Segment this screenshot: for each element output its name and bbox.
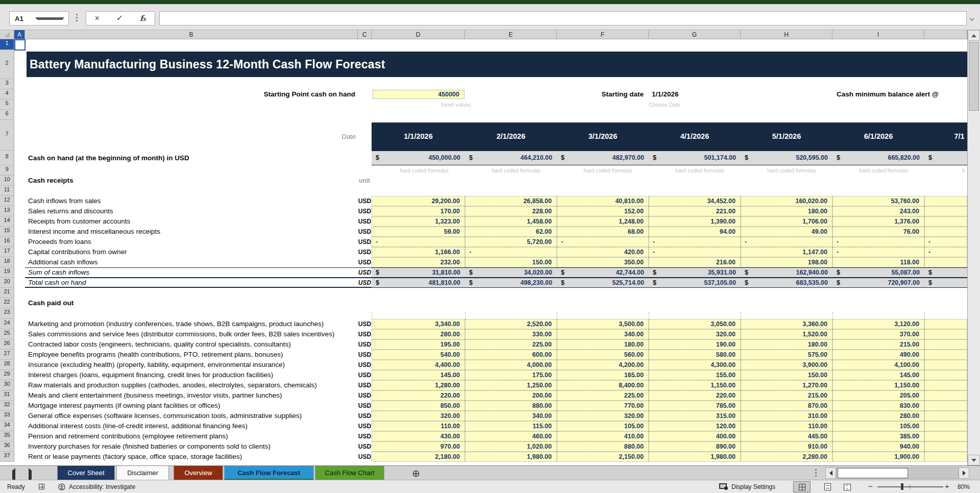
receipt-row-13-cell-6[interactable]: 243.00 [832,206,924,216]
receipt-row-16-cell-4[interactable]: - [649,237,741,247]
column-header-partial[interactable] [924,30,967,39]
total-20-value-6[interactable]: 720,907.00 [832,278,924,288]
paid-row-26-cell-5[interactable]: 180.00 [741,339,832,350]
paid-row-25-cell-2[interactable]: 330.00 [465,329,557,339]
paid-row-35-cell-1[interactable]: 430.00 [372,431,465,441]
paid-row-30-cell-1[interactable]: 1,280.00 [372,380,465,390]
paid-row-32-cell-1[interactable]: 850.00 [372,401,465,411]
paid-row-34-cell-1[interactable]: 110.00 [372,421,465,431]
cancel-icon[interactable]: × [94,12,99,25]
sheet-tab-cash-flow-forecast[interactable]: Cash Flow Forecast [224,466,314,480]
receipt-row-14-cell-2[interactable]: 1,458.00 [465,216,557,227]
paid-row-30-cell-6[interactable]: 1,150.00 [832,380,924,390]
paid-row-36-cell-5[interactable]: 910.00 [741,441,832,452]
paid-row-28-cell-3[interactable]: 4,200.00 [557,360,649,370]
paid-row-31-cell-3[interactable]: 225.00 [557,390,649,401]
receipt-row-15-cell-5[interactable]: 49.00 [741,227,832,237]
page-layout-view-button[interactable] [819,481,836,492]
receipt-row-13-cell-5[interactable]: 180.00 [741,206,832,216]
paid-row-36-cell-3[interactable]: 880.00 [557,441,649,452]
paid-row-31-cell-1[interactable]: 220.00 [372,390,465,401]
paid-row-24-cell-1[interactable]: 3,340.00 [372,319,465,329]
paid-row-28-cell-1[interactable]: 4,400.00 [372,360,465,370]
paid-row-30-cell-3[interactable]: 8,400.00 [557,380,649,390]
selected-cell-a1[interactable] [14,39,26,51]
paid-row-26-cell-4[interactable]: 190.00 [649,339,741,350]
row-header-8[interactable]: 8 [0,151,14,165]
receipt-row-17-cell-5[interactable]: 1,147.00 [741,247,832,257]
receipt-row-17-cell-6[interactable]: - [832,247,924,257]
receipt-row-16-cell-2[interactable]: 5,720.00 [465,237,557,247]
receipt-row-12-cell-3[interactable]: 40,810.00 [557,196,649,206]
paid-row-28-cell-4[interactable]: 4,300.00 [649,360,741,370]
paid-row-27-cell-5[interactable]: 575.00 [741,350,832,360]
paid-row-30-cell-2[interactable]: 1,250.00 [465,380,557,390]
toolbar-splitter-icon[interactable] [76,12,78,24]
receipt-row-18-cell-3[interactable]: 350.00 [557,257,649,267]
cash-on-hand-value-4[interactable]: 501,174.00 [649,151,741,165]
insert-function-icon[interactable]: fx [140,12,146,26]
paid-row-29-cell-partial[interactable] [924,370,967,380]
paid-row-27-cell-1[interactable]: 540.00 [372,350,465,360]
paid-row-33-cell-3[interactable]: 320.00 [557,411,649,421]
row-header-37[interactable]: 37 [0,452,14,462]
tabbar-splitter-icon[interactable] [815,467,817,480]
total-19-value-4[interactable]: 35,931.00 [649,267,741,278]
receipt-row-17-cell-3[interactable]: 420.00 [557,247,649,257]
sheet-tab-overview[interactable]: Overview [174,466,223,480]
paid-row-28-cell-5[interactable]: 3,900.00 [741,360,832,370]
column-header-E[interactable]: E [465,30,557,39]
hscroll-right-button[interactable] [959,467,969,479]
paid-row-35-cell-5[interactable]: 445.00 [741,431,832,441]
paid-row-24-cell-4[interactable]: 3,050.00 [649,319,741,329]
receipt-row-18-cell-5[interactable]: 198.00 [741,257,832,267]
receipt-row-15-cell-3[interactable]: 68.00 [557,227,649,237]
receipt-row-13-cell-1[interactable]: 170.00 [372,206,465,216]
paid-row-29-cell-3[interactable]: 165.00 [557,370,649,380]
paid-row-26-cell-partial[interactable] [924,339,967,350]
receipt-row-17-cell-1[interactable]: 1,166.00 [372,247,465,257]
paid-row-27-cell-4[interactable]: 580.00 [649,350,741,360]
receipt-row-15-cell-2[interactable]: 62.00 [465,227,557,237]
paid-row-25-cell-3[interactable]: 340.00 [557,329,649,339]
receipt-row-12-cell-4[interactable]: 34,452.00 [649,196,741,206]
paid-row-29-cell-1[interactable]: 145.00 [372,370,465,380]
vertical-scrollbar[interactable] [967,30,980,465]
paid-row-35-cell-4[interactable]: 400.00 [649,431,741,441]
paid-row-33-cell-partial[interactable] [924,411,967,421]
paid-row-28-cell-2[interactable]: 4,000.00 [465,360,557,370]
receipt-row-12-cell-6[interactable]: 53,760.00 [832,196,924,206]
paid-row-36-cell-2[interactable]: 1,020.00 [465,441,557,452]
paid-row-36-cell-1[interactable]: 970.00 [372,441,465,452]
receipt-row-15-cell-6[interactable]: 76.00 [832,227,924,237]
paid-row-24-cell-partial[interactable] [924,319,967,329]
zoom-slider-thumb[interactable] [901,483,903,490]
receipt-row-18-cell-partial[interactable] [924,257,967,267]
tab-scroll-right-icon[interactable] [29,471,32,480]
paid-row-33-cell-5[interactable]: 310.00 [741,411,832,421]
receipt-row-12-cell-1[interactable]: 29,200.00 [372,196,465,206]
zoom-in-button[interactable]: + [945,482,949,490]
paid-row-37-cell-partial[interactable] [924,452,967,462]
receipt-row-18-cell-2[interactable]: 150.00 [465,257,557,267]
total-19-value-1[interactable]: 31,810.00 [372,267,465,278]
receipt-row-17-cell-4[interactable]: - [649,247,741,257]
sheet-tab-disclaimer[interactable]: Disclaimer [116,466,169,480]
paid-row-34-cell-partial[interactable] [924,421,967,431]
receipt-row-16-cell-3[interactable]: - [557,237,649,247]
cash-on-hand-value-1[interactable]: 450,000.00 [372,151,465,165]
paid-row-29-cell-6[interactable]: 145.00 [832,370,924,380]
receipt-row-14-cell-6[interactable]: 1,376.00 [832,216,924,227]
receipt-row-14-cell-partial[interactable] [924,216,967,227]
zoom-out-button[interactable]: − [868,482,873,490]
paid-row-33-cell-1[interactable]: 320.00 [372,411,465,421]
vertical-scroll-thumb[interactable] [969,42,979,111]
total-20-value-2[interactable]: 498,230.00 [465,278,557,288]
paid-row-24-cell-3[interactable]: 3,500.00 [557,319,649,329]
receipt-row-14-cell-4[interactable]: 1,390.00 [649,216,741,227]
receipt-row-13-cell-3[interactable]: 152.00 [557,206,649,216]
paid-row-37-cell-5[interactable]: 2,280.00 [741,452,832,462]
receipt-row-17-cell-2[interactable]: - [465,247,557,257]
receipt-row-18-cell-6[interactable]: 118.00 [832,257,924,267]
paid-row-24-cell-2[interactable]: 2,520.00 [465,319,557,329]
